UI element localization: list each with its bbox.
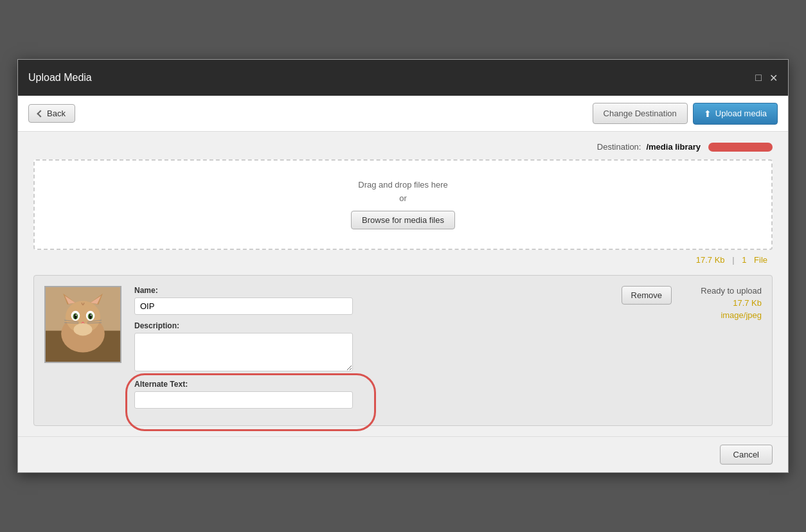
titlebar: Upload Media □ ✕ [18, 60, 788, 96]
back-icon [37, 110, 44, 117]
close-icon[interactable]: ✕ [769, 72, 778, 84]
alt-text-section: Alternate Text: [134, 380, 609, 415]
file-count: 1 [742, 255, 746, 265]
file-size: 17.7 Kb [696, 255, 725, 265]
alt-text-label: Alternate Text: [134, 380, 609, 389]
stats-separator: | [732, 255, 734, 265]
modal-title: Upload Media [28, 72, 92, 84]
drag-drop-text: Drag and drop files here [48, 180, 758, 190]
destination-label: Destination: [597, 142, 641, 152]
description-input[interactable] [134, 333, 353, 371]
svg-point-21 [74, 323, 93, 335]
toolbar: Back Change Destination ⬆ Upload media [18, 96, 788, 132]
destination-bar: Destination: /media library [33, 142, 773, 152]
back-label: Back [47, 109, 66, 118]
svg-point-15 [91, 315, 92, 316]
name-input[interactable] [134, 297, 353, 315]
destination-annotation [708, 143, 773, 152]
destination-value: /media library [646, 142, 701, 152]
file-item: Name: Description: Alternate Text: Remov… [33, 275, 773, 426]
name-label: Name: [134, 286, 609, 295]
browse-files-button[interactable]: Browse for media files [351, 211, 455, 229]
cat-image [46, 287, 120, 362]
file-meta: Ready to upload 17.7 Kb image/jpeg [685, 286, 762, 320]
titlebar-controls: □ ✕ [755, 72, 778, 84]
remove-button[interactable]: Remove [622, 286, 672, 305]
alt-text-input[interactable] [134, 391, 353, 409]
content-area: Destination: /media library Drag and dro… [18, 132, 788, 436]
drop-zone[interactable]: Drag and drop files here or Browse for m… [33, 159, 773, 250]
change-destination-button[interactable]: Change Destination [593, 103, 688, 124]
svg-point-14 [75, 315, 76, 316]
file-unit: File [754, 255, 767, 265]
upload-media-button[interactable]: ⬆ Upload media [693, 103, 778, 125]
file-status: Ready to upload [685, 286, 762, 296]
upload-media-label: Upload media [715, 109, 767, 118]
minimize-icon[interactable]: □ [755, 72, 762, 84]
upload-media-modal: Upload Media □ ✕ Back Change Destination… [17, 59, 789, 473]
file-fields: Name: Description: Alternate Text: [134, 286, 609, 415]
file-size-meta: 17.7 Kb [685, 298, 762, 308]
cancel-button[interactable]: Cancel [720, 445, 773, 465]
back-button[interactable]: Back [28, 104, 75, 123]
toolbar-right: Change Destination ⬆ Upload media [593, 103, 778, 125]
description-label: Description: [134, 321, 609, 330]
file-thumbnail [44, 286, 121, 363]
file-type: image/jpeg [685, 310, 762, 320]
file-stats: 17.7 Kb | 1 File [33, 255, 773, 265]
footer: Cancel [18, 436, 788, 472]
upload-icon: ⬆ [704, 109, 712, 119]
or-text: or [48, 193, 758, 203]
